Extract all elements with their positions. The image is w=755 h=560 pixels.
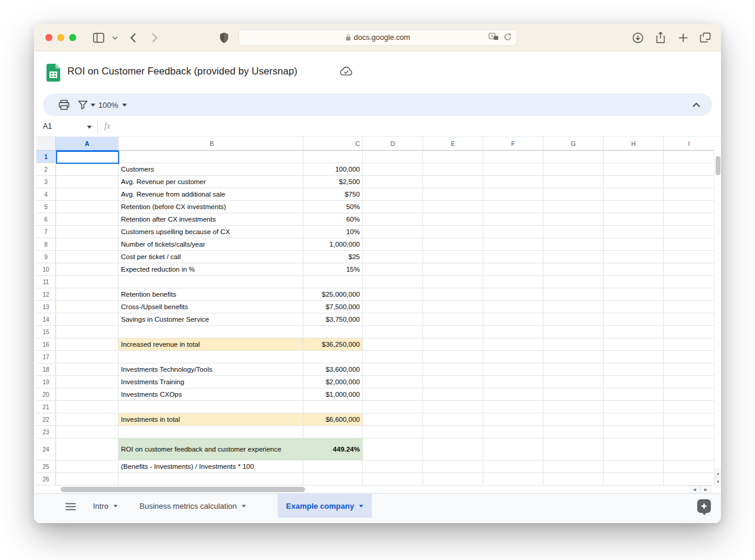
cell-G[interactable]: [543, 151, 604, 163]
cell-C[interactable]: $3,750,000: [303, 313, 363, 326]
cell-A[interactable]: [56, 413, 119, 426]
select-all-corner[interactable]: [36, 137, 56, 151]
sheet-tab-caret-icon[interactable]: [242, 505, 246, 507]
cell-I[interactable]: [664, 413, 714, 426]
cell-F[interactable]: [483, 263, 543, 276]
cell-G[interactable]: [543, 276, 604, 288]
cell-D[interactable]: [363, 388, 423, 401]
column-header-E[interactable]: E: [423, 137, 483, 151]
cell-G[interactable]: [543, 426, 604, 438]
cell-C[interactable]: 10%: [303, 226, 363, 238]
cell-I[interactable]: [664, 238, 714, 251]
cell-D[interactable]: [363, 351, 423, 363]
cell-E[interactable]: [423, 213, 483, 226]
column-header-D[interactable]: D: [363, 137, 423, 151]
cell-E[interactable]: [423, 301, 483, 313]
cell-B[interactable]: (Benefits - Investments) / Investments *…: [119, 461, 303, 473]
cell-I[interactable]: [664, 151, 714, 163]
cell-E[interactable]: [423, 263, 483, 276]
row-number[interactable]: 23: [36, 426, 56, 438]
cell-I[interactable]: [664, 363, 714, 376]
tab-overview-icon[interactable]: [698, 30, 712, 45]
row-number[interactable]: 11: [36, 276, 56, 288]
cell-B[interactable]: [119, 473, 303, 486]
cell-D[interactable]: [363, 461, 423, 473]
cell-E[interactable]: [423, 401, 483, 413]
document-title[interactable]: ROI on Customer Feedback (provided by Us…: [67, 66, 297, 77]
cell-G[interactable]: [543, 263, 604, 276]
cell-D[interactable]: [363, 376, 423, 388]
cell-I[interactable]: [664, 426, 714, 438]
cell-G[interactable]: [543, 461, 604, 473]
cell-H[interactable]: [604, 461, 664, 473]
cell-E[interactable]: [423, 226, 483, 238]
cell-F[interactable]: [483, 413, 543, 426]
cell-G[interactable]: [543, 238, 604, 251]
cell-A[interactable]: [56, 438, 119, 461]
cell-F[interactable]: [483, 401, 543, 413]
sidebar-chevron-down-icon[interactable]: [108, 30, 122, 45]
vertical-scrollbar-thumb[interactable]: [716, 156, 720, 175]
cell-A[interactable]: [56, 263, 119, 276]
cell-D[interactable]: [363, 363, 423, 376]
cell-H[interactable]: [604, 238, 664, 251]
cell-G[interactable]: [543, 413, 604, 426]
cell-D[interactable]: [363, 238, 423, 251]
row-number[interactable]: 20: [36, 388, 56, 401]
cell-C[interactable]: 100,000: [303, 163, 363, 176]
cell-E[interactable]: [423, 313, 483, 326]
cell-H[interactable]: [604, 288, 664, 301]
name-box-caret-icon[interactable]: [87, 126, 92, 129]
cell-F[interactable]: [483, 313, 543, 326]
column-header-G[interactable]: G: [543, 137, 604, 151]
cell-E[interactable]: [423, 388, 483, 401]
cell-E[interactable]: [423, 151, 483, 163]
cell-H[interactable]: [604, 473, 664, 486]
cell-I[interactable]: [664, 461, 714, 473]
cell-D[interactable]: [363, 301, 423, 313]
shield-icon[interactable]: [217, 30, 231, 45]
cell-C[interactable]: 1,000,000: [303, 238, 363, 251]
cell-C[interactable]: 60%: [303, 213, 363, 226]
cell-F[interactable]: [483, 213, 543, 226]
cell-B[interactable]: Investments Technology/Tools: [119, 363, 303, 376]
cell-A[interactable]: [56, 376, 119, 388]
cell-D[interactable]: [363, 151, 423, 163]
cell-E[interactable]: [423, 326, 483, 338]
cell-D[interactable]: [363, 163, 423, 176]
row-number[interactable]: 12: [36, 288, 56, 301]
cell-H[interactable]: [604, 338, 664, 351]
scroll-left-icon[interactable]: ◀: [689, 486, 700, 493]
horizontal-scrollbar-thumb[interactable]: [61, 487, 305, 492]
cell-H[interactable]: [604, 188, 664, 201]
cell-B[interactable]: Avg. Revenue from additional sale: [119, 188, 303, 201]
cell-H[interactable]: [604, 376, 664, 388]
cell-C[interactable]: $2,500: [303, 176, 363, 188]
cell-E[interactable]: [423, 276, 483, 288]
cell-D[interactable]: [363, 288, 423, 301]
cell-G[interactable]: [543, 251, 604, 263]
row-number[interactable]: 26: [36, 473, 56, 486]
row-number[interactable]: 18: [36, 363, 56, 376]
cell-G[interactable]: [543, 388, 604, 401]
cell-F[interactable]: [483, 151, 543, 163]
cell-H[interactable]: [604, 276, 664, 288]
cell-H[interactable]: [604, 401, 664, 413]
filter-button[interactable]: [78, 98, 95, 112]
cell-C[interactable]: [303, 351, 363, 363]
cell-B[interactable]: Customers upselling because of CX: [119, 226, 303, 238]
cell-C[interactable]: $25,000,000: [303, 288, 363, 301]
cell-C[interactable]: $36,250,000: [303, 338, 363, 351]
cell-G[interactable]: [543, 363, 604, 376]
cell-F[interactable]: [483, 276, 543, 288]
cell-B[interactable]: Number of tickets/calls/year: [119, 238, 303, 251]
cell-B[interactable]: [119, 326, 303, 338]
row-number[interactable]: 25: [36, 461, 56, 473]
cell-A[interactable]: [56, 301, 119, 313]
cell-C[interactable]: $25: [303, 251, 363, 263]
print-icon[interactable]: [58, 98, 70, 112]
cell-I[interactable]: [664, 276, 714, 288]
scroll-up-icon[interactable]: ▲: [714, 469, 721, 477]
cell-D[interactable]: [363, 176, 423, 188]
cell-D[interactable]: [363, 401, 423, 413]
